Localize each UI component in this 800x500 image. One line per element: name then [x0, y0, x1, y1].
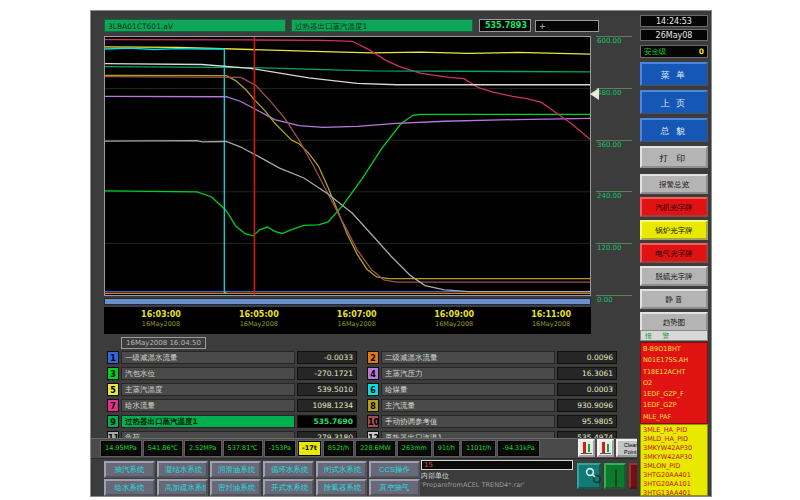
- trend-line-6: [105, 48, 226, 292]
- pen-current-value: 535.7893: [479, 19, 531, 32]
- boiler-annunciator-button[interactable]: 锅炉光字牌: [640, 220, 708, 240]
- nav-button-r2-5[interactable]: 除氧器系统: [316, 479, 367, 496]
- legend-left-column: 1一级减温水流量-0.00333汽包水位-270.17215主蒸汽温度539.5…: [107, 351, 357, 447]
- alarm-tag-item[interactable]: 3MLE_HA_PID: [643, 426, 705, 435]
- nav-button-r1-1[interactable]: 抽汽系统: [104, 461, 155, 478]
- alarm-tag-item[interactable]: N01E17SS.AH: [643, 355, 705, 366]
- alarm-tag-item[interactable]: O2: [643, 378, 705, 389]
- nav-button-r1-4[interactable]: 循环水系统: [263, 461, 314, 478]
- x-axis-tick: 16:11:0016May2008: [515, 309, 587, 329]
- x-axis-tick: 16:09:0016May2008: [418, 309, 490, 329]
- x-axis-tick: 16:03:0016May2008: [125, 309, 197, 329]
- y-axis-tick-label: 120.00: [596, 243, 632, 252]
- legend-row-pen-3[interactable]: 3汽包水位-270.1721: [107, 367, 357, 380]
- pen-color-box: 1: [107, 351, 119, 364]
- menu-button[interactable]: 菜 单: [640, 62, 708, 86]
- valve-indicator-button-1[interactable]: [578, 439, 595, 457]
- trend-line-10: [105, 77, 590, 283]
- y-axis-scale: 600.00480.00360.00240.00120.000.00: [592, 36, 632, 304]
- pen-name: 一级减温水流量: [121, 351, 295, 364]
- legend-row-pen-6[interactable]: 6给煤量0.0003: [367, 383, 617, 396]
- pen-description-field[interactable]: 过热器出口蒸汽温度1: [291, 19, 473, 32]
- turbine-annunciator-button[interactable]: 汽机光字牌: [640, 197, 708, 217]
- x-axis-tick: 16:05:0016May2008: [223, 309, 295, 329]
- mute-button[interactable]: 静 音: [640, 289, 708, 309]
- nav-button-r1-3[interactable]: 润滑油系统: [210, 461, 261, 478]
- legend-row-pen-5[interactable]: 5主蒸汽温度539.5010: [107, 383, 357, 396]
- sidebar-buttons: 菜 单上 页总 貌打 印报警总览汽机光字牌锅炉光字牌电气光字牌脱硫光字牌静 音趋…: [640, 62, 708, 335]
- time-scrollbar[interactable]: [104, 298, 591, 305]
- nav-button-r1-6[interactable]: CCS操作: [369, 461, 420, 478]
- alarm-list-red: B-B9O1BHTN01E17SS.AHT18E12ACHTO21EDF_GZP…: [640, 342, 708, 424]
- alarm-tag-item[interactable]: 3MKYW42AP30: [643, 444, 705, 453]
- nav-button-r2-6[interactable]: 真空抽气: [369, 479, 420, 496]
- nav-button-r2-4[interactable]: 开式水系统: [263, 479, 314, 496]
- screen-tool-button[interactable]: [604, 463, 626, 489]
- pen-name: 主蒸汽压力: [381, 367, 555, 380]
- legend-row-pen-9[interactable]: 9过热器出口蒸汽温度1535.7690: [107, 415, 357, 428]
- status-value-cell: 1101t/h: [462, 441, 495, 456]
- trend-line-3: [105, 114, 590, 235]
- link-tool-button[interactable]: [577, 463, 601, 489]
- alarm-tag-item[interactable]: 3MLD_HA_PID: [643, 435, 705, 444]
- nav-button-r1-5[interactable]: 闭式水系统: [316, 461, 367, 478]
- electrical-annunciator-button[interactable]: 电气光字牌: [640, 243, 708, 263]
- tick-date: 16May2008: [515, 320, 587, 329]
- pen-tag-field[interactable]: 3LBA01CT601.aV: [104, 19, 286, 32]
- safety-level-count: 0: [699, 46, 704, 57]
- status-value-cell: 263mm: [398, 441, 431, 456]
- nav-button-r2-2[interactable]: 高加疏水系统: [157, 479, 208, 496]
- alarm-tag-item[interactable]: MLE_PAF: [643, 412, 705, 423]
- legend-row-pen-8[interactable]: 8主汽流量930.9096: [367, 399, 617, 412]
- legend-row-pen-2[interactable]: 2二级减温水流量0.0096: [367, 351, 617, 364]
- pen-value: 95.9805: [557, 415, 617, 428]
- print-button[interactable]: 打 印: [640, 146, 708, 168]
- y-axis-tick-label: 600.00: [596, 36, 632, 45]
- pen-value: 539.5010: [297, 383, 357, 396]
- nav-button-r2-3[interactable]: 密封油系统: [210, 479, 261, 496]
- alarm-tag-item[interactable]: 3MKYW42AP30: [643, 453, 705, 462]
- alarm-tag-item[interactable]: 3HTG20AA401: [643, 471, 705, 480]
- trend-file-path: 'PreparefromACEL TREND4*.rar': [421, 481, 525, 489]
- status-value-cell: 537.81℃: [224, 441, 262, 456]
- pen-name: 汽包水位: [121, 367, 295, 380]
- pen-color-box: 10: [367, 415, 379, 428]
- safety-level-label: 安全级: [644, 46, 667, 57]
- status-value-cell: 14.95MPa: [101, 441, 141, 456]
- legend-row-pen-1[interactable]: 1一级减温水流量-0.0033: [107, 351, 357, 364]
- alarm-summary-button[interactable]: 报警总览: [640, 174, 708, 194]
- alarm-tag-item[interactable]: 3MLON_PID: [643, 462, 705, 471]
- pen-color-box: 6: [367, 383, 379, 396]
- status-value-cell: 2.52MPa: [185, 441, 221, 456]
- pen-spin-box[interactable]: +: [535, 20, 599, 32]
- overview-button[interactable]: 总 貌: [640, 118, 708, 142]
- legend-row-pen-7[interactable]: 7给水流量1098.1234: [107, 399, 357, 412]
- nav-row-1: 抽汽系统凝结水系统润滑油系统循环水系统闭式水系统CCS操作: [104, 461, 420, 478]
- pen-value: 535.7690: [297, 415, 357, 428]
- alarm-tag-item[interactable]: 1EDF_GZP: [643, 400, 705, 411]
- trend-chart-button[interactable]: 趋势图: [640, 312, 708, 332]
- trend-chart[interactable]: [104, 36, 591, 296]
- legend-row-pen-10[interactable]: 10手动协调参考值95.9805: [367, 415, 617, 428]
- alarm-tag-item[interactable]: 3HTG13AA401: [643, 489, 705, 496]
- tick-date: 16May2008: [223, 320, 295, 329]
- pen-name: 给水流量: [121, 399, 295, 412]
- scale-pointer-icon[interactable]: [590, 88, 599, 100]
- fgd-annunciator-button[interactable]: 脱硫光字牌: [640, 266, 708, 286]
- trend-line-11: [105, 141, 590, 292]
- nav-button-r1-2[interactable]: 凝结水系统: [157, 461, 208, 478]
- process-status-bar: 14.95MPa541.86℃2.52MPa537.81℃-153Pa-17t8…: [91, 438, 637, 459]
- prev-page-button[interactable]: 上 页: [640, 90, 708, 114]
- pen-name: 二级减温水流量: [381, 351, 555, 364]
- crt-screen-icon: [615, 469, 617, 487]
- valve-indicator-button-2[interactable]: [597, 439, 614, 457]
- alarm-tag-item[interactable]: T18E12ACHT: [643, 367, 705, 378]
- nav-button-r2-1[interactable]: 给水系统: [104, 479, 155, 496]
- legend-row-pen-4[interactable]: 4主蒸汽压力16.3061: [367, 367, 617, 380]
- point-count-input[interactable]: 15: [421, 460, 573, 470]
- x-axis: 16:03:0016May200816:05:0016May200816:07:…: [104, 307, 591, 334]
- tick-time: 16:07:00: [321, 309, 393, 320]
- alarm-tag-item[interactable]: 3HTG20AA101: [643, 480, 705, 489]
- alarm-tag-item[interactable]: 1EDF_GZP_F: [643, 389, 705, 400]
- alarm-tag-item[interactable]: B-B9O1BHT: [643, 344, 705, 355]
